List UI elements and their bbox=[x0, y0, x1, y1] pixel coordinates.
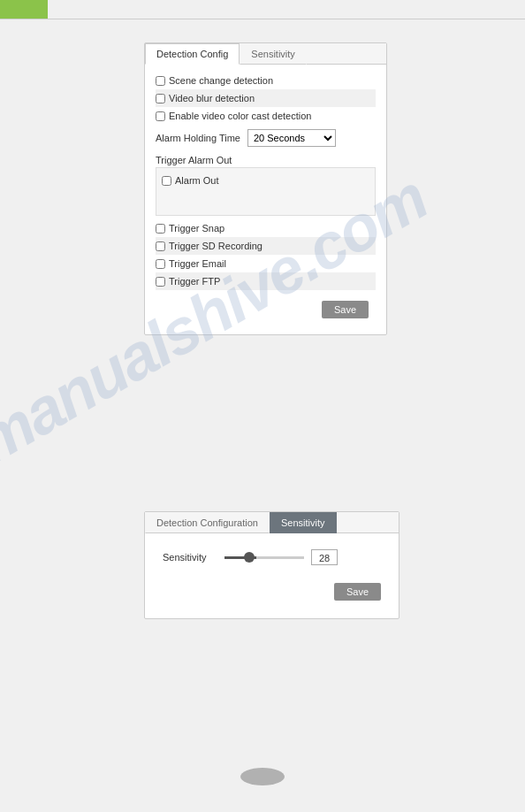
trigger-sd-row: Trigger SD Recording bbox=[156, 237, 376, 255]
tab-sensitivity-bottom[interactable]: Sensitivity bbox=[270, 512, 337, 533]
slider-container: 28 bbox=[224, 549, 381, 565]
bottom-panel-body: Sensitivity 28 Save bbox=[145, 533, 399, 618]
bottom-save-button[interactable]: Save bbox=[334, 583, 381, 601]
bottom-oval bbox=[240, 768, 285, 785]
video-blur-row: Video blur detection bbox=[156, 89, 376, 107]
alarm-out-row: Alarm Out bbox=[162, 172, 369, 189]
trigger-snap-row: Trigger Snap bbox=[156, 219, 376, 237]
tab-sensitivity-top[interactable]: Sensitivity bbox=[240, 43, 307, 65]
trigger-email-label: Trigger Email bbox=[169, 258, 226, 269]
sensitivity-value: 28 bbox=[311, 549, 338, 565]
trigger-sd-label: Trigger SD Recording bbox=[169, 241, 262, 251]
top-save-row: Save bbox=[156, 290, 376, 327]
trigger-ftp-row: Trigger FTP bbox=[156, 272, 376, 290]
trigger-alarm-out-label: Trigger Alarm Out bbox=[156, 151, 376, 167]
color-cast-label: Enable video color cast detection bbox=[169, 111, 311, 121]
sensitivity-control-row: Sensitivity 28 bbox=[156, 540, 388, 574]
video-blur-checkbox[interactable] bbox=[156, 94, 165, 103]
tab-detection-config-2[interactable]: Detection Configuration bbox=[145, 512, 270, 533]
top-save-button[interactable]: Save bbox=[322, 301, 369, 318]
top-panel-body: Scene change detection Video blur detect… bbox=[145, 65, 386, 334]
sensitivity-slider[interactable] bbox=[224, 556, 304, 559]
trigger-sd-checkbox[interactable] bbox=[156, 241, 165, 251]
detection-config-panel: Detection Config Sensitivity Scene chang… bbox=[144, 42, 387, 335]
alarm-holding-time-select[interactable]: 5 Seconds 20 Seconds 30 Seconds 60 Secon… bbox=[247, 129, 336, 147]
alarm-holding-time-row: Alarm Holding Time 5 Seconds 20 Seconds … bbox=[156, 125, 376, 151]
alarm-out-checkbox[interactable] bbox=[162, 176, 171, 186]
scene-change-row: Scene change detection bbox=[156, 72, 376, 89]
tab-detection-config[interactable]: Detection Config bbox=[145, 43, 240, 65]
trigger-snap-label: Trigger Snap bbox=[169, 223, 224, 234]
color-cast-row: Enable video color cast detection bbox=[156, 107, 376, 125]
top-panel-tabs: Detection Config Sensitivity bbox=[145, 43, 386, 65]
bottom-save-row: Save bbox=[156, 574, 388, 611]
top-divider bbox=[0, 19, 525, 19]
color-cast-checkbox[interactable] bbox=[156, 111, 165, 121]
trigger-ftp-checkbox[interactable] bbox=[156, 277, 165, 287]
scene-change-label: Scene change detection bbox=[169, 75, 273, 86]
trigger-email-row: Trigger Email bbox=[156, 255, 376, 272]
sensitivity-panel: Detection Configuration Sensitivity Sens… bbox=[144, 511, 399, 619]
trigger-snap-checkbox[interactable] bbox=[156, 224, 165, 234]
trigger-email-checkbox[interactable] bbox=[156, 259, 165, 269]
sensitivity-label: Sensitivity bbox=[163, 552, 224, 563]
alarm-out-box: Alarm Out bbox=[156, 167, 376, 216]
trigger-ftp-label: Trigger FTP bbox=[169, 276, 220, 287]
video-blur-label: Video blur detection bbox=[169, 93, 255, 103]
scene-change-checkbox[interactable] bbox=[156, 76, 165, 86]
bottom-panel-tabs: Detection Configuration Sensitivity bbox=[145, 512, 399, 533]
alarm-out-label: Alarm Out bbox=[175, 175, 219, 186]
alarm-holding-time-label: Alarm Holding Time bbox=[156, 133, 240, 143]
green-tab bbox=[0, 0, 48, 19]
